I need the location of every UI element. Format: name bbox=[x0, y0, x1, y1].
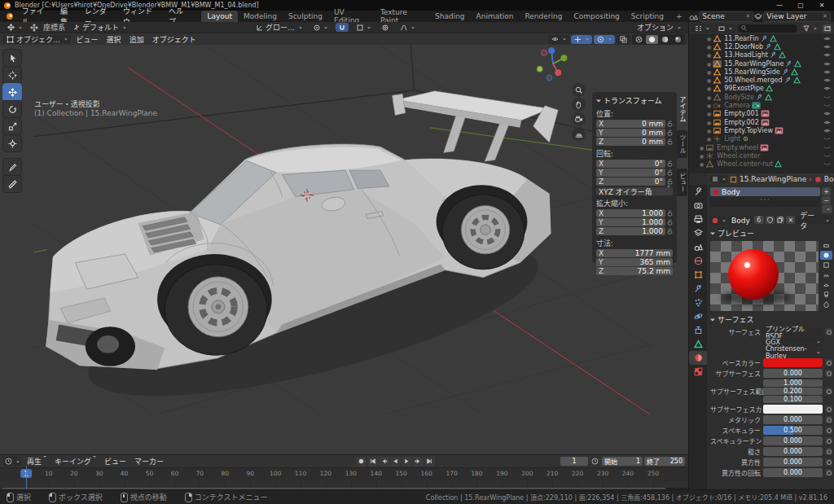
outliner-item-99exostpipe[interactable]: ●99ExostPipe bbox=[689, 85, 834, 93]
outliner-item-wheel-center[interactable]: ●Wheel.center bbox=[689, 151, 834, 160]
スペキュラーチント-slider[interactable]: 0.000 bbox=[763, 436, 823, 445]
fake-user-button[interactable] bbox=[766, 216, 775, 224]
shading-wireframe-button[interactable] bbox=[633, 35, 645, 44]
workspace-tab-rendering[interactable]: Rendering bbox=[519, 11, 568, 22]
tool-transform-button[interactable] bbox=[2, 134, 22, 152]
outliner-item-50-wheel-merged[interactable]: ●50.Wheel.merged bbox=[689, 76, 834, 84]
スペキュラー-slider[interactable]: 0.500 bbox=[763, 426, 823, 435]
animate-property-button[interactable] bbox=[825, 448, 832, 455]
properties-tab-view-layer[interactable] bbox=[689, 226, 707, 240]
rotation-y-field[interactable]: Y0° bbox=[596, 169, 665, 177]
outliner-item-empty-001[interactable]: ●Empty.001 bbox=[689, 110, 834, 118]
remove-material-slot-button[interactable]: − bbox=[822, 196, 831, 204]
view-layer-unlink-icon[interactable]: ✕ bbox=[823, 13, 827, 20]
options-dropdown[interactable]: オプション bbox=[634, 23, 684, 32]
transform-panel-header[interactable]: トランスフォーム bbox=[596, 95, 673, 106]
material-data-dropdown[interactable]: データ bbox=[797, 216, 832, 225]
active-tool-dropdown[interactable] bbox=[4, 23, 25, 32]
material-specials-dropdown[interactable] bbox=[822, 205, 832, 213]
view-layer-selector[interactable]: View Layer ✕ bbox=[763, 11, 831, 22]
breadcrumb-object[interactable]: 15.RearWingPlane bbox=[740, 175, 806, 183]
vector-field[interactable]: 1.000 bbox=[763, 379, 823, 387]
shading-solid-button[interactable] bbox=[646, 35, 658, 44]
outliner-item-camera[interactable]: ●Camera bbox=[689, 101, 834, 109]
animate-property-button[interactable] bbox=[825, 458, 832, 466]
new-material-button[interactable] bbox=[776, 216, 785, 224]
shading-rendered-button[interactable] bbox=[672, 35, 684, 44]
workspace-tab-sculpting[interactable]: Sculpting bbox=[283, 11, 328, 22]
粗さ-slider[interactable]: 0.000 bbox=[763, 447, 823, 456]
frame-start-field[interactable]: 開始1 bbox=[602, 457, 643, 466]
outliner-item-empty-002[interactable]: ●Empty.002 bbox=[689, 118, 834, 126]
properties-tab-object[interactable] bbox=[689, 268, 707, 282]
workspace-tab-shading[interactable]: Shading bbox=[429, 11, 471, 22]
current-frame-field[interactable]: 1 bbox=[560, 457, 588, 466]
animate-property-button[interactable] bbox=[825, 469, 832, 476]
nav-pan-button[interactable] bbox=[572, 98, 586, 112]
lock-icon[interactable] bbox=[667, 178, 673, 185]
tool-scale-button[interactable] bbox=[2, 117, 22, 135]
properties-tab-world[interactable] bbox=[689, 254, 707, 268]
use-preview-range-icon[interactable] bbox=[591, 458, 599, 465]
outliner-item-light[interactable]: ●Light bbox=[689, 135, 834, 143]
surface-shader-button[interactable]: プリンシプルBSDF bbox=[763, 327, 823, 336]
workspace-tab-animation[interactable]: Animation bbox=[471, 11, 520, 22]
nav-perspective-toggle-button[interactable] bbox=[572, 127, 586, 141]
menubar-item-1[interactable]: 編集 bbox=[55, 11, 80, 22]
proportional-editing-toggle[interactable] bbox=[379, 23, 392, 32]
maximize-button[interactable]: ▢ bbox=[792, 0, 810, 11]
timeline-menu-1[interactable]: キーイング bbox=[50, 456, 100, 467]
viewport-menu-1[interactable]: 選択 bbox=[103, 34, 125, 45]
browse-material-dropdown[interactable] bbox=[710, 216, 727, 225]
visibility-eye-icon[interactable] bbox=[823, 43, 831, 50]
shading-material-button[interactable] bbox=[659, 35, 671, 44]
frame-end-field[interactable]: 終了250 bbox=[644, 457, 685, 466]
outliner-item-15-rearwingplane[interactable]: ●15.RearWingPlane bbox=[689, 59, 834, 68]
outliner-item-empty-topview[interactable]: ●Empty.TopView bbox=[689, 126, 834, 134]
tool-measure-button[interactable] bbox=[2, 175, 22, 193]
outliner-item-wheel-center-nut[interactable]: ●Wheel.center-nut bbox=[689, 160, 834, 168]
material-slot-active[interactable]: Body bbox=[710, 187, 820, 196]
visibility-eye-icon[interactable] bbox=[823, 85, 831, 92]
dimension-x-field[interactable]: X1777 mm bbox=[596, 249, 673, 257]
playback-play-button[interactable] bbox=[402, 457, 412, 467]
menubar-item-2[interactable]: レンダー bbox=[80, 11, 118, 22]
outliner-new-collection-button[interactable] bbox=[823, 24, 832, 33]
location-x-field[interactable]: X0 mm bbox=[596, 120, 665, 128]
workspace-tab-layout[interactable]: Layout bbox=[201, 11, 238, 22]
scale-y-field[interactable]: Y1.000 bbox=[596, 218, 665, 226]
animate-property-button[interactable] bbox=[825, 388, 832, 395]
scale-x-field[interactable]: X1.000 bbox=[596, 209, 665, 217]
properties-tab-output[interactable] bbox=[689, 213, 707, 226]
visibility-eye-icon[interactable] bbox=[823, 94, 831, 101]
minimize-button[interactable]: — bbox=[770, 0, 788, 11]
workspace-tab-scripting[interactable]: Scripting bbox=[626, 11, 669, 22]
menubar-item-0[interactable]: ファイル bbox=[17, 11, 55, 22]
timeline-menu-3[interactable]: マーカー bbox=[130, 456, 168, 467]
breadcrumb-material[interactable]: Body bbox=[824, 175, 834, 183]
lock-icon[interactable] bbox=[667, 129, 673, 136]
pivot-point-dropdown[interactable] bbox=[310, 23, 331, 32]
playback-jump-end-button[interactable] bbox=[424, 457, 435, 467]
playback-jump-start-button[interactable] bbox=[367, 457, 378, 467]
timeline-menu-2[interactable]: ビュー bbox=[100, 456, 130, 467]
lock-icon[interactable] bbox=[667, 169, 673, 176]
vector-field[interactable]: 0.200 bbox=[763, 388, 823, 395]
tool-annotate-button[interactable] bbox=[2, 158, 22, 176]
playback-next-key-button[interactable] bbox=[413, 457, 424, 467]
properties-tab-physics[interactable] bbox=[689, 309, 707, 323]
workspace-tab-texture-paint[interactable]: Texture Paint bbox=[375, 11, 429, 22]
lock-icon[interactable] bbox=[667, 138, 673, 145]
異方性-slider[interactable]: 0.000 bbox=[763, 458, 823, 467]
add-workspace-button[interactable]: + bbox=[670, 11, 688, 22]
mode-dropdown[interactable]: オブジェク... bbox=[3, 35, 71, 44]
sphere-preview-button[interactable] bbox=[820, 251, 832, 260]
visibility-eye-icon[interactable] bbox=[823, 60, 831, 68]
n-panel-tab-1[interactable]: ツール bbox=[677, 130, 687, 158]
visibility-eye-icon[interactable] bbox=[823, 35, 831, 42]
n-panel-tab-0[interactable]: アイテム bbox=[677, 92, 687, 126]
vector-field[interactable]: 0.100 bbox=[763, 396, 823, 403]
properties-tab-particles[interactable] bbox=[689, 296, 707, 309]
location-z-field[interactable]: Z0 mm bbox=[596, 138, 665, 146]
dimension-y-field[interactable]: Y365 mm bbox=[596, 258, 673, 266]
